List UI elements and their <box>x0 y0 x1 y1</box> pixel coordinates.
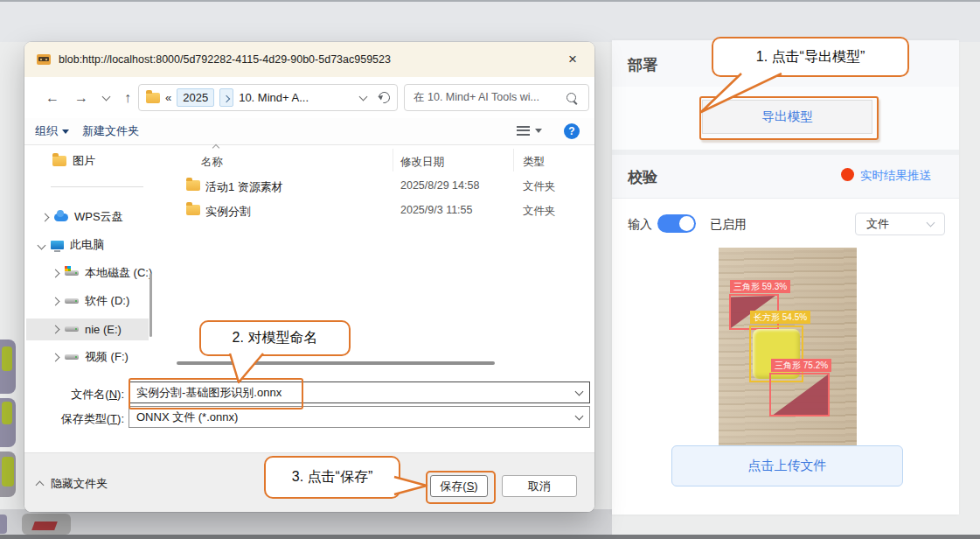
filetype-select[interactable]: ONNX 文件 (*.onnx) <box>129 406 590 428</box>
upload-file-label: 点击上传文件 <box>748 458 827 474</box>
new-folder-button[interactable]: 新建文件夹 <box>82 123 139 139</box>
search-input[interactable]: 在 10. Mind+ AI Tools wi... <box>404 84 589 111</box>
search-icon <box>566 93 576 102</box>
forward-icon[interactable]: → <box>74 90 88 106</box>
column-header-name[interactable]: 名称 <box>201 155 223 170</box>
filename-input[interactable]: 实例分割-基础图形识别.onnx <box>129 382 590 403</box>
filetype-value: ONNX 文件 (*.onnx) <box>136 410 576 425</box>
drive-icon <box>65 270 79 276</box>
sidebar-item-label: 图片 <box>73 153 95 169</box>
expand-icon[interactable] <box>52 297 60 305</box>
sidebar-item-drive-e[interactable]: nie (E:) <box>52 318 122 340</box>
sidebar-item-label: 此电脑 <box>70 237 104 253</box>
callout-step1-tail <box>691 73 796 116</box>
chevron-down-icon[interactable] <box>575 387 584 396</box>
column-header-date[interactable]: 修改日期 <box>400 155 444 170</box>
status-dot <box>841 168 854 181</box>
breadcrumb-folder[interactable]: 10. Mind+ A... <box>239 91 355 104</box>
file-row[interactable]: 活动1 资源素材 2025/8/29 14:58 文件夹 <box>179 173 587 198</box>
expand-icon[interactable] <box>41 213 50 221</box>
cancel-button[interactable]: 取消 <box>502 475 577 497</box>
up-icon[interactable]: ↑ <box>124 90 131 106</box>
address-bar[interactable]: « 2025 10. Mind+ A... <box>138 84 398 111</box>
thumbnail-shape <box>2 346 12 371</box>
page-top-band <box>0 0 980 42</box>
save-as-dialog: blob:http://localhost:8000/5d792282-4115… <box>24 42 594 512</box>
navigation-bar: ← → ↑ « 2025 10. Mind+ A... 在 10. Mind+ … <box>24 77 594 118</box>
filename-label-post: ): <box>117 388 124 401</box>
recent-locations-icon[interactable] <box>102 92 111 101</box>
breadcrumb-separator[interactable] <box>219 88 233 107</box>
callout-step3-text: 3. 点击“保存” <box>292 468 372 486</box>
cancel-label: 取消 <box>528 479 551 494</box>
view-mode-button[interactable] <box>517 126 542 136</box>
folder-icon <box>146 93 160 103</box>
realtime-push-link[interactable]: 实时结果推送 <box>860 168 931 184</box>
help-icon[interactable]: ? <box>564 123 580 139</box>
breadcrumb-overflow[interactable]: « <box>165 91 171 104</box>
filename-label: 文件名(N): <box>24 387 124 402</box>
collapse-icon[interactable] <box>38 241 46 249</box>
chevron-down-icon[interactable] <box>575 411 584 420</box>
sidebar-item-this-pc[interactable]: 此电脑 <box>38 234 104 256</box>
source-select[interactable]: 文件 <box>855 213 945 235</box>
back-icon[interactable]: ← <box>45 90 59 106</box>
validation-image-preview: 三角形 59.3% 长方形 54.5% 三角形 75.2% <box>719 248 857 446</box>
dialog-title: blob:http://localhost:8000/5d792282-4115… <box>59 53 555 66</box>
input-toggle[interactable] <box>657 214 696 233</box>
drive-icon <box>65 298 79 304</box>
refresh-icon[interactable] <box>376 89 392 105</box>
windows-badge-icon <box>65 266 71 271</box>
sidebar-item-label: nie (E:) <box>85 323 122 336</box>
sidebar-item-pictures[interactable]: 图片 <box>52 150 95 172</box>
background-thumbnail <box>0 514 7 534</box>
sidebar-item-label: 视频 (F:) <box>85 349 129 365</box>
file-row[interactable]: 实例分割 2025/9/3 11:55 文件夹 <box>179 198 587 222</box>
callout-step2-tail <box>219 353 271 388</box>
filetype-access-key: T <box>110 412 117 425</box>
deploy-title: 部署 <box>628 55 657 75</box>
nav-arrows: ← → ↑ <box>45 77 131 118</box>
sidebar-item-wps-cloud[interactable]: WPS云盘 <box>42 206 123 228</box>
triangle-shape <box>771 374 828 415</box>
expand-icon[interactable] <box>52 269 60 277</box>
close-icon[interactable]: × <box>563 50 582 69</box>
detection-box-triangle-2 <box>769 373 830 416</box>
chevron-down-icon[interactable] <box>359 92 368 101</box>
file-date: 2025/9/3 11:55 <box>400 204 472 216</box>
chevron-down-icon <box>927 219 935 228</box>
file-type: 文件夹 <box>523 204 556 219</box>
hide-folders-button[interactable]: 隐藏文件夹 <box>37 476 108 492</box>
detection-label: 长方形 54.5% <box>750 311 810 324</box>
organize-menu[interactable]: 组织 <box>35 123 69 139</box>
upload-file-button[interactable]: 点击上传文件 <box>671 445 903 486</box>
breadcrumb-year[interactable]: 2025 <box>177 88 214 107</box>
dialog-titlebar: blob:http://localhost:8000/5d792282-4115… <box>24 42 594 77</box>
sidebar-item-drive-f[interactable]: 视频 (F:) <box>52 346 129 368</box>
sidebar-scrollbar[interactable] <box>149 273 152 337</box>
filetype-label-post: ): <box>117 412 124 425</box>
callout-step1-text: 1. 点击“导出模型” <box>756 48 865 66</box>
sidebar-item-label: WPS云盘 <box>74 209 123 225</box>
sidebar-item-label: 软件 (D:) <box>85 293 129 309</box>
expand-icon[interactable] <box>52 325 60 333</box>
callout-step3-tail <box>393 474 432 497</box>
column-separator <box>393 149 393 172</box>
organize-label: 组织 <box>35 123 58 139</box>
cloud-icon <box>54 214 68 221</box>
sidebar-item-drive-d[interactable]: 软件 (D:) <box>52 290 129 312</box>
screen: 部署 导出模型 校验 实时结果推送 输入 已启用 文件 三角形 59.3% <box>0 0 980 539</box>
filename-access-key: N <box>109 388 117 401</box>
callout-step2: 2. 对模型命名 <box>199 320 351 356</box>
sidebar-item-label: 本地磁盘 (C:) <box>85 265 152 281</box>
save-button[interactable]: 保存(S) <box>430 475 488 497</box>
column-header-type[interactable]: 类型 <box>523 155 545 170</box>
expand-icon[interactable] <box>52 353 60 361</box>
detection-label: 三角形 75.2% <box>771 359 831 372</box>
column-separator <box>513 149 514 172</box>
drive-icon <box>65 354 79 360</box>
sidebar-divider <box>51 186 143 187</box>
callout-step3: 3. 点击“保存” <box>264 456 400 499</box>
sidebar-item-drive-c[interactable]: 本地磁盘 (C:) <box>52 262 152 284</box>
filename-value: 实例分割-基础图形识别.onnx <box>136 385 576 401</box>
